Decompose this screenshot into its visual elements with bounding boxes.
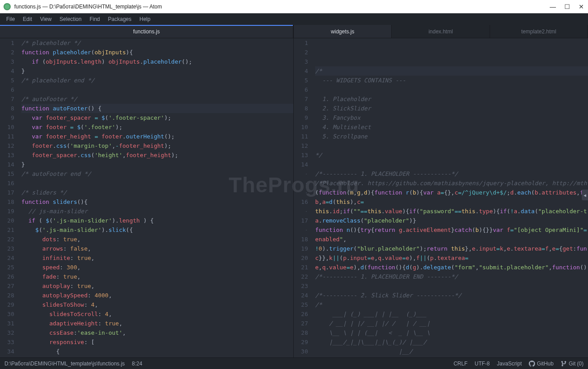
- menu-item-view[interactable]: View: [36, 15, 55, 24]
- code-line[interactable]: /* sliders */: [21, 188, 293, 197]
- code-line[interactable]: /* autoFooter end */: [21, 169, 293, 178]
- code-line[interactable]: /*Placeholder. https://github.com/mathia…: [315, 178, 588, 188]
- code-line[interactable]: enabled",: [315, 235, 588, 244]
- code-line[interactable]: e,q.value=e),d(function(){d(g).delegate(…: [315, 263, 588, 272]
- code-line[interactable]: / __| | |/ __| |/ / | / __|: [315, 319, 588, 328]
- code-line[interactable]: [315, 160, 588, 169]
- code-line[interactable]: /* autoFooter */: [21, 94, 293, 104]
- code-line[interactable]: 3. Fancybox: [315, 113, 588, 122]
- menu-item-find[interactable]: Find: [86, 15, 103, 24]
- line-number: 22: [0, 235, 14, 244]
- close-button[interactable]: ✕: [578, 4, 584, 10]
- tab-functions-js[interactable]: functions.js: [0, 25, 293, 38]
- menu-item-help[interactable]: Help: [136, 15, 154, 24]
- editor-pane-right: widgets.jsindex.htmltemplate2.html 12345…: [294, 25, 588, 357]
- code-line[interactable]: [315, 141, 588, 150]
- menu-item-selection[interactable]: Selection: [56, 15, 85, 24]
- code-line[interactable]: --- WIDGETS CONTAINS ---: [315, 76, 588, 85]
- code-line[interactable]: b,a=d(this),c=: [315, 197, 588, 207]
- code-line[interactable]: slidesToScroll: 4,: [21, 309, 293, 319]
- tab-template2-html[interactable]: template2.html: [490, 25, 588, 38]
- code-line[interactable]: /*---------- 1. PLACEHOLDER -----------*…: [315, 169, 588, 178]
- code-line[interactable]: function n(){try{return g.activeElement}…: [315, 225, 588, 235]
- code-line[interactable]: var footer_spacer = $('.footer-spacer');: [21, 113, 293, 122]
- code-line[interactable]: function autoFooter() {: [21, 104, 293, 113]
- code-line[interactable]: [315, 85, 588, 94]
- code-line[interactable]: speed: 300,: [21, 263, 293, 272]
- tab-widgets-js[interactable]: widgets.js: [294, 25, 392, 38]
- code-line[interactable]: !0).trigger("blur.placeholder");return t…: [315, 244, 588, 253]
- code-editor-left[interactable]: 1234567891011121314151617181920212223242…: [0, 38, 293, 357]
- code-line[interactable]: this.id;if(""==this.value){if("password"…: [315, 207, 588, 216]
- code-line[interactable]: 2. SlickSlider: [315, 104, 588, 113]
- code-line[interactable]: }: [21, 160, 293, 169]
- code-line[interactable]: 5. Scrollpane: [315, 132, 588, 141]
- code-line[interactable]: footer_spacer.css('height',footer_height…: [21, 150, 293, 160]
- code-line[interactable]: footer.css('margin-top',-footer_height);: [21, 141, 293, 150]
- code-line[interactable]: autoplay: true,: [21, 281, 293, 291]
- code-line[interactable]: /* placeholder */: [21, 38, 293, 48]
- code-line[interactable]: }: [21, 66, 293, 76]
- line-number: 4: [294, 66, 308, 76]
- menu-item-edit[interactable]: Edit: [19, 15, 36, 24]
- github-status[interactable]: GitHub: [529, 361, 553, 367]
- code-line[interactable]: /*: [315, 300, 588, 309]
- code-line[interactable]: [21, 178, 293, 188]
- status-file-path[interactable]: D:\Работа\DEMING\HTML_template\js\functi…: [4, 361, 125, 367]
- code-line[interactable]: (function(m,g,d){function r(b){var a={},…: [315, 188, 588, 197]
- code-line[interactable]: */: [315, 150, 588, 160]
- github-icon: [529, 361, 535, 367]
- code-line[interactable]: ___| (_) ___| | |__ (_)___: [315, 309, 588, 319]
- code-line[interactable]: var footer_height = footer.outerHeight()…: [21, 132, 293, 141]
- code-line[interactable]: [21, 85, 293, 94]
- line-number: 2: [0, 48, 14, 57]
- status-language[interactable]: JavaScript: [497, 361, 522, 367]
- code-line[interactable]: var footer = $('.footer');: [21, 122, 293, 132]
- code-line[interactable]: infinite: true,: [21, 253, 293, 263]
- code-line[interactable]: slidesToShow: 4,: [21, 300, 293, 309]
- code-line[interactable]: responsive: [: [21, 337, 293, 347]
- code-line[interactable]: arrows: false,: [21, 244, 293, 253]
- menu-item-file[interactable]: File: [3, 15, 18, 24]
- git-status[interactable]: Git (0): [561, 361, 584, 367]
- atom-app-icon: [4, 3, 11, 10]
- code-line[interactable]: // js-main-slider: [21, 207, 293, 216]
- code-line[interactable]: autoplaySpeed: 4000,: [21, 291, 293, 300]
- chevron-left-icon[interactable]: ◀: [582, 190, 588, 200]
- code-line[interactable]: function sliders(){: [21, 197, 293, 207]
- status-line-ending[interactable]: CRLF: [454, 361, 467, 367]
- code-area-left[interactable]: /* placeholder */function placeholder(ob…: [19, 38, 293, 357]
- code-line[interactable]: adaptiveHeight: true,: [21, 319, 293, 328]
- code-line[interactable]: /*---------- 1. PLACEHOLDER END -------*…: [315, 272, 588, 281]
- code-line[interactable]: if (objInputs.length) objInputs.placehol…: [21, 57, 293, 66]
- line-number: 13: [294, 150, 308, 160]
- line-number: 21: [0, 225, 14, 235]
- code-line[interactable]: 1. Placeholder: [315, 94, 588, 104]
- code-line[interactable]: /* placeholder end */: [21, 76, 293, 85]
- code-line[interactable]: [315, 281, 588, 291]
- code-line[interactable]: if ( $('.js-main-slider').length ) {: [21, 216, 293, 225]
- maximize-button[interactable]: ☐: [564, 4, 570, 10]
- code-line[interactable]: fade: true,: [21, 272, 293, 281]
- status-cursor-position[interactable]: 8:24: [132, 361, 142, 367]
- code-line[interactable]: cssEase:'ease-in-out',: [21, 328, 293, 337]
- code-line[interactable]: a.removeClass("placeholder")}: [315, 216, 588, 225]
- tab-index-html[interactable]: index.html: [392, 25, 490, 38]
- code-line[interactable]: c}},k||(p.input=e,q.value=e),f||(p.texta…: [315, 253, 588, 263]
- code-line[interactable]: function placeholder(objInputs){: [21, 48, 293, 57]
- code-area-right[interactable]: ◀ /* --- WIDGETS CONTAINS --- 1. Placeho…: [312, 38, 588, 357]
- code-line[interactable]: |__/: [315, 347, 588, 356]
- minimize-button[interactable]: —: [550, 4, 556, 10]
- code-line[interactable]: {: [21, 347, 293, 356]
- code-line[interactable]: /*---------- 2. Slick Slider -----------…: [315, 291, 588, 300]
- code-line[interactable]: [315, 356, 588, 357]
- code-line[interactable]: /*: [315, 66, 588, 76]
- code-line[interactable]: 4. Multiselect: [315, 122, 588, 132]
- status-encoding[interactable]: UTF-8: [474, 361, 490, 367]
- code-editor-right[interactable]: 1234567891011121314···16·17·181920212223…: [294, 38, 588, 357]
- code-line[interactable]: dots: true,: [21, 235, 293, 244]
- menu-item-packages[interactable]: Packages: [105, 15, 135, 24]
- code-line[interactable]: $('.js-main-slider').slick({: [21, 225, 293, 235]
- code-line[interactable]: |___/_|_|\___|_|\_(_)/ |___/: [315, 337, 588, 347]
- code-line[interactable]: \__ \ | | (__| < _ | \__ \: [315, 328, 588, 337]
